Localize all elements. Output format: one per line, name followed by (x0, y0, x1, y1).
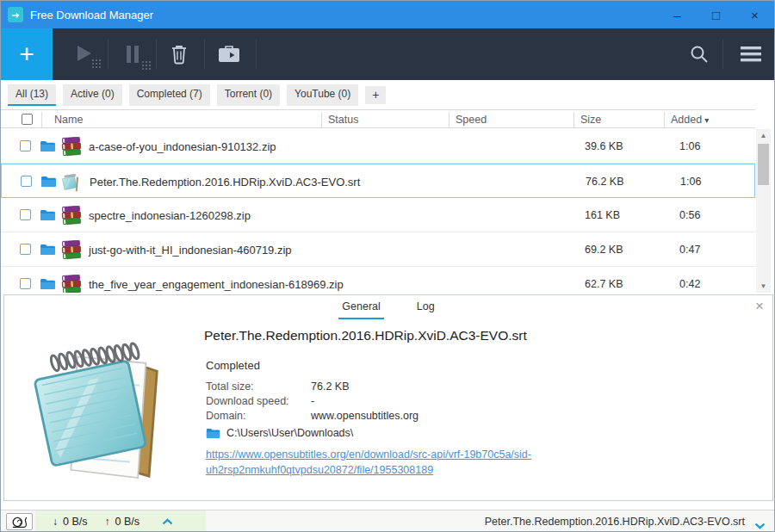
column-header-speed[interactable]: Speed (456, 114, 487, 126)
file-added: 0:56 (679, 209, 700, 221)
row-checkbox[interactable] (20, 140, 31, 152)
minimize-button[interactable]: – (658, 1, 697, 28)
winrar-icon (61, 275, 82, 293)
total-size-value: 76.2 KB (311, 380, 349, 393)
details-status: Completed (206, 359, 260, 372)
table-row[interactable]: spectre_indonesian-1260298.zip 161 KB 0:… (1, 198, 755, 232)
row-checkbox[interactable] (20, 209, 31, 220)
tab-all[interactable]: All (13) (8, 84, 56, 106)
open-folder-button[interactable] (211, 28, 247, 80)
down-arrow-icon: ↓ (53, 516, 58, 528)
column-header-status[interactable]: Status (328, 114, 358, 126)
tab-active[interactable]: Active (0) (63, 84, 122, 106)
list-scrollbar[interactable]: ▲ ▼ (756, 129, 771, 293)
details-panel: General Log × Peter.The.Redemption.2016.… (3, 294, 773, 501)
file-size: 62.7 KB (585, 278, 623, 290)
folder-icon[interactable] (40, 243, 56, 256)
up-arrow-icon: ↑ (105, 516, 110, 528)
column-header-added[interactable]: Added▾ (671, 114, 709, 126)
upload-speed: ↑0 B/s (105, 516, 140, 528)
folder-icon[interactable] (40, 277, 56, 290)
file-name: just-go-with-it_HI_indonesian-460719.zip (89, 244, 292, 257)
tab-completed[interactable]: Completed (7) (129, 84, 210, 106)
search-icon[interactable] (681, 28, 717, 80)
select-all-checkbox[interactable] (22, 114, 33, 125)
pause-button[interactable] (115, 28, 151, 80)
filter-tabbar: All (13) Active (0) Completed (7) Torren… (1, 80, 774, 109)
tab-general[interactable]: General (338, 295, 383, 319)
panel-close-icon[interactable]: × (755, 298, 764, 315)
chevron-down-icon[interactable] (754, 517, 766, 532)
file-added: 0:42 (679, 278, 700, 290)
total-size-label: Total size: (206, 380, 311, 394)
start-button[interactable] (66, 28, 102, 80)
scrollbar-thumb[interactable] (758, 144, 769, 185)
menu-icon[interactable] (733, 28, 769, 80)
notepad-icon-large (28, 330, 196, 489)
file-size: 39.6 KB (585, 140, 623, 152)
row-checkbox[interactable] (20, 278, 31, 289)
scroll-up-icon[interactable]: ▲ (756, 129, 771, 142)
file-added: 0:47 (679, 244, 700, 256)
download-speed-value: - (311, 395, 314, 407)
winrar-icon (61, 240, 82, 259)
column-header-name[interactable]: Name (54, 114, 83, 126)
maximize-button[interactable]: □ (697, 1, 735, 28)
statusbar: ↓0 B/s ↑0 B/s Peter.The.Redemption.2016.… (1, 510, 774, 532)
close-button[interactable]: × (735, 1, 774, 28)
sort-caret-icon: ▾ (704, 115, 709, 125)
download-speed-label: Download speed: (206, 394, 311, 409)
domain-value: www.opensubtitles.org (311, 410, 418, 422)
file-size: 76.2 KB (586, 176, 623, 188)
scroll-down-icon[interactable]: ▼ (756, 280, 771, 293)
winrar-icon (61, 137, 82, 156)
file-name: Peter.The.Redemption.2016.HDRip.XviD.AC3… (90, 176, 360, 189)
speed-zone: ↓0 B/s ↑0 B/s (35, 510, 206, 532)
add-download-button[interactable]: + (1, 28, 53, 80)
chevron-up-icon[interactable] (162, 518, 173, 525)
folder-icon[interactable] (40, 175, 57, 188)
toolbar: + (1, 28, 774, 80)
tab-log[interactable]: Log (413, 295, 438, 319)
titlebar: Free Download Manager – □ × (1, 1, 774, 28)
download-speed: ↓0 B/s (53, 516, 88, 528)
details-title: Peter.The.Redemption.2016.HDRip.XviD.AC3… (204, 328, 527, 343)
add-tab-button[interactable]: + (365, 86, 386, 104)
column-header-size[interactable]: Size (580, 114, 601, 126)
table-row[interactable]: the_five_year_engagement_indonesian-6189… (1, 267, 755, 293)
file-added: 1:06 (680, 176, 701, 188)
row-checkbox[interactable] (21, 176, 32, 187)
current-file-name: Peter.The.Redemption.2016.HDRip.XviD.AC3… (485, 516, 745, 528)
file-name: a-case-of-you_indonesian-910132.zip (89, 140, 276, 153)
window-title: Free Download Manager (30, 9, 153, 22)
domain-label: Domain: (206, 409, 311, 424)
table-row-selected[interactable]: Peter.The.Redemption.2016.HDRip.XviD.AC3… (1, 164, 755, 198)
app-window: Free Download Manager – □ × + (0, 0, 775, 532)
folder-icon[interactable] (40, 139, 56, 152)
table-row[interactable]: a-case-of-you_indonesian-910132.zip 39.6… (1, 129, 755, 164)
table-header: Name Status Speed Size Added▾ (1, 109, 755, 128)
file-size: 69.2 KB (585, 244, 623, 256)
file-name: the_five_year_engagement_indonesian-6189… (89, 278, 344, 291)
table-row[interactable]: just-go-with-it_HI_indonesian-460719.zip… (1, 232, 755, 267)
source-url[interactable]: https://www.opensubtitles.org/en/downloa… (206, 447, 531, 478)
download-path[interactable]: C:\Users\User\Downloads\ (226, 427, 353, 439)
file-size: 161 KB (585, 209, 620, 221)
app-logo-icon (8, 7, 23, 22)
folder-icon[interactable] (40, 208, 56, 221)
delete-button[interactable] (161, 28, 197, 80)
snail-speed-limit-button[interactable] (6, 513, 33, 530)
download-list: a-case-of-you_indonesian-910132.zip 39.6… (1, 129, 755, 293)
winrar-icon (61, 206, 82, 225)
folder-icon[interactable] (206, 427, 220, 439)
tab-torrent[interactable]: Torrent (0) (217, 84, 280, 106)
file-name: spectre_indonesian-1260298.zip (89, 209, 251, 222)
row-checkbox[interactable] (20, 244, 31, 255)
details-fields: Total size:76.2 KB Download speed:- Doma… (206, 380, 418, 424)
tab-youtube[interactable]: YouTube (0) (287, 84, 358, 106)
notepad-icon (62, 172, 83, 193)
file-added: 1:06 (679, 140, 700, 152)
